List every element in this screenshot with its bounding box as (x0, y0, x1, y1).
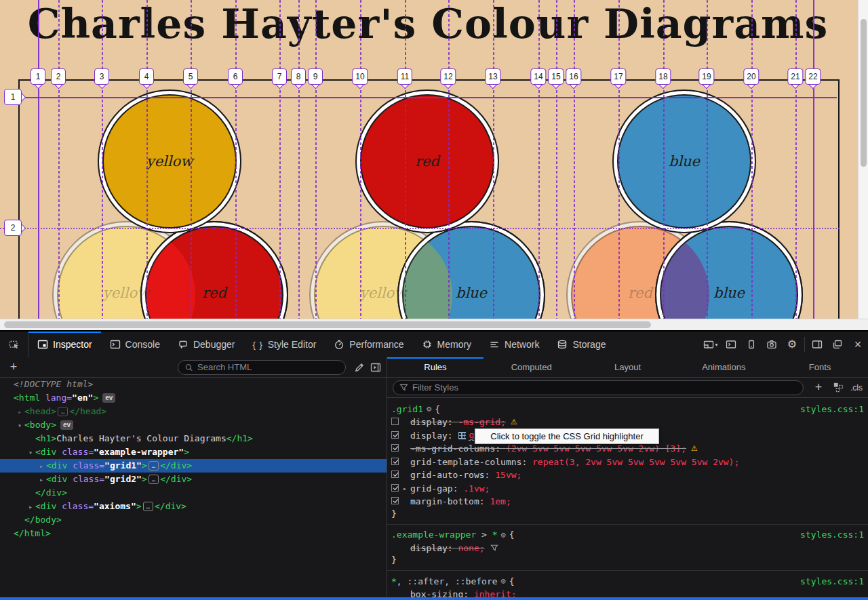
selector-token[interactable]: * (492, 529, 498, 540)
ellipsis-badge[interactable]: … (58, 407, 68, 416)
responsive-mode-icon[interactable] (741, 332, 762, 357)
dock-side-icon[interactable]: ▾ (701, 332, 721, 357)
stylesheet-link[interactable]: styles.css:1 (800, 576, 864, 586)
markup-line[interactable]: ▸<div class="axioms">…</div> (0, 500, 387, 513)
page-horizontal-scrollbar[interactable] (0, 319, 868, 330)
expander-icon[interactable]: ▸ (37, 473, 46, 487)
markup-line[interactable]: </body> (0, 513, 387, 527)
markup-line[interactable]: ▾<body>ev (0, 418, 387, 432)
property-name[interactable]: grid-template-columns (410, 457, 521, 467)
pop-out-icon[interactable] (827, 332, 848, 357)
class-toggle-button[interactable]: .cls (850, 383, 863, 393)
grid-column-marker-14[interactable]: 14 (530, 68, 546, 87)
selector-token[interactable]: .grid1 (391, 404, 423, 414)
ellipsis-badge[interactable]: … (143, 502, 153, 511)
page-vertical-scrollbar[interactable] (858, 0, 868, 319)
selector-token[interactable]: , ::after, ::before (397, 576, 498, 586)
declaration-checkbox[interactable] (391, 418, 399, 425)
declaration-checkbox[interactable] (391, 497, 399, 504)
property-value[interactable]: none; (458, 543, 484, 553)
three-pane-inspector-toggle-icon[interactable] (370, 362, 381, 373)
element-picker-button[interactable] (0, 332, 28, 357)
property-value[interactable]: .1vw; (463, 483, 490, 494)
markup-line[interactable]: <h1>Charles Hayter's Colour Diagrams</h1… (0, 432, 387, 445)
horizontal-scroll-thumb[interactable] (4, 321, 651, 328)
split-console-icon[interactable] (721, 332, 741, 357)
markup-line[interactable]: </div> (0, 486, 387, 500)
selector-gear-icon[interactable]: ⚙ (427, 404, 431, 414)
grid-column-marker-17[interactable]: 17 (610, 68, 626, 87)
filter-styles-input[interactable]: Filter Styles (393, 380, 804, 395)
add-rule-button[interactable]: + (810, 380, 827, 395)
grid-column-marker-21[interactable]: 21 (787, 68, 803, 87)
event-badge[interactable]: ev (60, 420, 73, 430)
property-value[interactable]: repeat(3, 2vw 5vw 5vw 5vw 5vw 5vw 2vw); (532, 457, 739, 467)
property-name[interactable]: grid-gap (410, 483, 453, 494)
grid-column-marker-22[interactable]: 22 (805, 68, 821, 87)
devtools-tab-inspector[interactable]: Inspector (28, 332, 101, 357)
grid-column-marker-3[interactable]: 3 (94, 68, 109, 87)
markup-line[interactable]: <html lang="en">ev (0, 391, 387, 405)
devtools-tab-storage[interactable]: Storage (548, 332, 614, 357)
search-html-input[interactable]: Search HTML (178, 360, 346, 375)
eyedropper-icon[interactable] (354, 362, 365, 373)
grid-column-marker-1[interactable]: 1 (31, 68, 45, 87)
grid-column-marker-6[interactable]: 6 (228, 68, 243, 87)
devtools-tab-performance[interactable]: Performance (325, 332, 412, 357)
add-node-button[interactable]: + (5, 360, 22, 374)
declaration-checkbox[interactable] (391, 471, 399, 478)
sidebar-tab-fonts[interactable]: Fonts (772, 357, 868, 377)
shorthand-expander-icon[interactable]: ▸ (403, 485, 410, 492)
devtools-tab-debugger[interactable]: Debugger (169, 332, 244, 357)
settings-icon[interactable]: ⚙ (782, 332, 802, 357)
markup-line[interactable]: ▸<head>…</head> (0, 405, 387, 418)
screenshot-icon[interactable] (762, 332, 782, 357)
property-value[interactable]: (2vw 5vw 5vw 5vw 5vw 5vw 2vw) [3]; (506, 443, 686, 454)
property-name[interactable]: -ms-grid-columns (410, 443, 495, 454)
devtools-tab-style-editor[interactable]: { }Style Editor (243, 332, 325, 357)
property-value[interactable]: 1em; (490, 496, 511, 506)
grid-column-marker-18[interactable]: 18 (655, 68, 671, 87)
markup-line[interactable]: </html> (0, 527, 387, 540)
grid-column-marker-15[interactable]: 15 (548, 68, 564, 87)
grid-row-marker-1[interactable]: 1 (4, 89, 24, 105)
grid-column-marker-12[interactable]: 12 (440, 68, 456, 87)
property-name[interactable]: grid-auto-rows (410, 470, 485, 480)
devtools-tab-console[interactable]: Console (101, 332, 169, 357)
grid-column-marker-10[interactable]: 10 (352, 68, 368, 87)
grid-column-marker-2[interactable]: 2 (51, 68, 66, 87)
grid-column-marker-5[interactable]: 5 (183, 68, 198, 87)
markup-line[interactable]: ▸<div class="grid2">…</div> (0, 473, 387, 486)
property-name[interactable]: display (410, 417, 448, 427)
property-name[interactable]: display (410, 431, 448, 441)
grid-column-marker-8[interactable]: 8 (291, 68, 306, 87)
grid-highlighter-toggle-icon[interactable] (458, 432, 466, 439)
grid-row-marker-2[interactable]: 2 (4, 220, 24, 236)
expander-icon[interactable]: ▾ (15, 419, 24, 433)
stylesheet-link[interactable]: styles.css:1 (800, 404, 864, 414)
expander-icon[interactable]: ▸ (15, 405, 24, 419)
devtools-tab-network[interactable]: Network (480, 332, 548, 357)
ellipsis-badge[interactable]: … (149, 475, 159, 484)
expander-icon[interactable]: ▸ (26, 500, 35, 514)
vertical-scroll-thumb[interactable] (861, 19, 867, 167)
event-badge[interactable]: ev (102, 393, 115, 403)
markup-line[interactable]: ▾<div class="example-wrapper"> (0, 445, 387, 459)
declaration-checkbox[interactable] (391, 484, 399, 492)
ellipsis-badge[interactable]: … (149, 461, 159, 471)
sidebar-tab-layout[interactable]: Layout (580, 357, 676, 377)
three-pane-toggle-icon[interactable] (807, 332, 827, 357)
property-name[interactable]: margin-bottom (410, 496, 479, 506)
selector-token[interactable]: * (391, 576, 397, 586)
grid-column-marker-20[interactable]: 20 (743, 68, 759, 87)
grid-column-marker-7[interactable]: 7 (272, 68, 287, 87)
grid-column-marker-19[interactable]: 19 (698, 68, 714, 87)
selector-gear-icon[interactable]: ⚙ (501, 530, 506, 540)
declaration-checkbox[interactable] (391, 458, 399, 465)
markup-line[interactable]: <!DOCTYPE html> (0, 378, 387, 391)
pseudo-class-panel-icon[interactable] (833, 382, 844, 393)
property-name[interactable]: display (410, 543, 448, 553)
stylesheet-link[interactable]: styles.css:1 (800, 529, 864, 540)
expander-icon[interactable]: ▾ (26, 446, 35, 460)
sidebar-tab-rules[interactable]: Rules (387, 357, 484, 377)
